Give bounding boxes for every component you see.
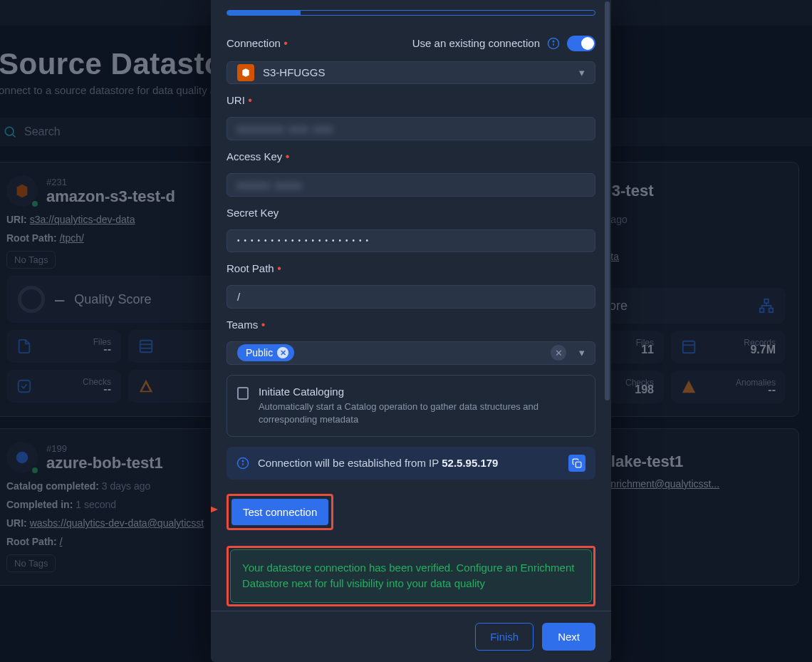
search-icon [3, 125, 17, 139]
catalog-checkbox[interactable] [237, 387, 249, 400]
scrollbar-thumb[interactable] [605, 1, 610, 400]
use-existing-toggle[interactable] [567, 36, 595, 51]
s3-icon [14, 183, 30, 199]
use-existing-label: Use an existing connection [412, 37, 540, 49]
highlight-test-connection: Test connection [227, 494, 333, 530]
svg-rect-9 [683, 341, 695, 353]
teams-label: Teams [227, 319, 265, 331]
access-key-input[interactable]: xxxxx xxxx [227, 173, 595, 197]
secret-key-label: Secret Key [227, 207, 279, 219]
connection-label: Connection [227, 37, 288, 50]
callout-arrow [211, 504, 225, 512]
check-icon [16, 378, 32, 394]
initiate-cataloging-option[interactable]: Initiate Cataloging Automatically start … [227, 375, 595, 437]
uri-input[interactable]: xxxxxxx xxx xxx [227, 117, 595, 140]
kv-row: URI: wasbs://qualytics-dev-data@qualytic… [6, 517, 243, 529]
info-icon [236, 457, 249, 470]
teams-select[interactable]: Public ✕ ✕ ▾ [227, 341, 595, 365]
finish-button[interactable]: Finish [475, 623, 533, 651]
chevron-down-icon: ▾ [579, 346, 585, 359]
root-path-label: Root Path [227, 262, 281, 274]
secret-key-input[interactable]: •••••••••••••••••••• [227, 229, 595, 253]
grid-icon [681, 339, 697, 355]
kv-row: Catalog completed: 3 days ago [6, 480, 243, 492]
stat-anomalies: Anomalies-- [671, 371, 786, 403]
score-ring-icon [18, 286, 45, 313]
avatar [6, 175, 38, 207]
copy-icon [572, 458, 582, 468]
remove-chip-icon[interactable]: ✕ [277, 347, 288, 358]
svg-point-11 [16, 452, 28, 464]
azure-icon [14, 450, 30, 465]
ip-info-banner: Connection will be established from IP 5… [227, 447, 595, 480]
tag-badge: No Tags [6, 251, 56, 269]
avatar [6, 442, 38, 473]
connection-value: S3-HFUGGS [263, 66, 326, 78]
stepper [227, 10, 595, 16]
catalog-title: Initiate Cataloging [259, 386, 585, 398]
grid-icon [138, 338, 154, 354]
catalog-desc: Automatically start a Catalog operation … [259, 400, 585, 426]
svg-rect-18 [576, 462, 581, 467]
modal-scrollbar[interactable] [605, 0, 610, 654]
team-chip[interactable]: Public ✕ [237, 344, 294, 361]
tag-badge: No Tags [6, 554, 56, 572]
svg-rect-2 [140, 341, 152, 353]
warning-icon [681, 379, 697, 395]
add-datastore-modal: Connection Use an existing connection S3… [211, 0, 611, 662]
kv-row: Root Path: /tpch/ [6, 232, 243, 244]
card-id: #231 [46, 177, 175, 187]
copy-ip-button[interactable] [568, 455, 585, 472]
card-name: amazon-s3-test-d [46, 187, 175, 206]
clear-icon[interactable]: ✕ [551, 345, 566, 361]
status-dot [31, 200, 39, 208]
ip-value: 52.5.95.179 [442, 457, 498, 469]
svg-rect-8 [769, 309, 774, 313]
uri-label: URI [227, 94, 252, 106]
file-icon [16, 338, 32, 354]
svg-line-1 [13, 135, 16, 138]
connection-select[interactable]: S3-HFUGGS ▾ [227, 61, 595, 85]
root-path-input[interactable]: / [227, 285, 595, 309]
modal-footer: Finish Next [211, 611, 611, 662]
stat-checks: Checks-- [6, 370, 121, 403]
svg-rect-6 [764, 299, 769, 304]
svg-rect-5 [19, 381, 31, 393]
highlight-success-message: Your datastore connection has been verif… [227, 546, 595, 606]
hierarchy-icon [759, 298, 774, 314]
info-icon [547, 37, 560, 50]
kv-row: Root Path: / [6, 536, 243, 547]
success-message: Your datastore connection has been verif… [230, 549, 592, 603]
access-key-label: Access Key [227, 150, 289, 162]
svg-point-14 [553, 41, 554, 42]
kv-row: URI: s3a://qualytics-dev-data [6, 214, 243, 225]
stat-files: Files-- [6, 330, 121, 363]
card-id: #199 [46, 443, 163, 454]
card-name: azure-bob-test1 [46, 454, 163, 472]
kv-row: Completed in: 1 second [6, 499, 243, 510]
next-button[interactable]: Next [542, 623, 595, 651]
quality-score: – Quality Score [6, 276, 243, 323]
chevron-down-icon: ▾ [579, 66, 585, 79]
test-connection-button[interactable]: Test connection [231, 499, 328, 525]
s3-icon [237, 64, 254, 81]
svg-rect-7 [760, 309, 764, 313]
svg-point-17 [242, 460, 244, 462]
svg-point-0 [5, 127, 14, 135]
warning-icon [138, 378, 154, 394]
search-placeholder: Search [24, 125, 61, 138]
stat-records: Records9.7M [671, 331, 786, 363]
